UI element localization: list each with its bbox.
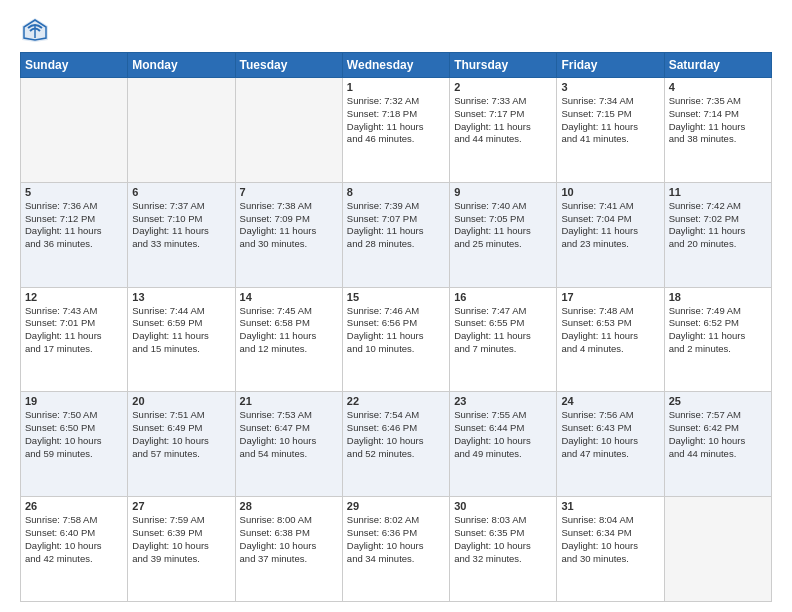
- calendar-cell: 17Sunrise: 7:48 AM Sunset: 6:53 PM Dayli…: [557, 287, 664, 392]
- calendar-cell: 29Sunrise: 8:02 AM Sunset: 6:36 PM Dayli…: [342, 497, 449, 602]
- calendar-cell: 22Sunrise: 7:54 AM Sunset: 6:46 PM Dayli…: [342, 392, 449, 497]
- day-number: 1: [347, 81, 445, 93]
- calendar-cell: 8Sunrise: 7:39 AM Sunset: 7:07 PM Daylig…: [342, 182, 449, 287]
- day-info: Sunrise: 7:45 AM Sunset: 6:58 PM Dayligh…: [240, 305, 338, 356]
- day-number: 22: [347, 395, 445, 407]
- calendar-cell: 6Sunrise: 7:37 AM Sunset: 7:10 PM Daylig…: [128, 182, 235, 287]
- page: SundayMondayTuesdayWednesdayThursdayFrid…: [0, 0, 792, 612]
- weekday-sunday: Sunday: [21, 53, 128, 78]
- calendar-cell: 10Sunrise: 7:41 AM Sunset: 7:04 PM Dayli…: [557, 182, 664, 287]
- day-info: Sunrise: 7:36 AM Sunset: 7:12 PM Dayligh…: [25, 200, 123, 251]
- day-info: Sunrise: 7:59 AM Sunset: 6:39 PM Dayligh…: [132, 514, 230, 565]
- day-number: 15: [347, 291, 445, 303]
- day-number: 31: [561, 500, 659, 512]
- calendar-cell: 19Sunrise: 7:50 AM Sunset: 6:50 PM Dayli…: [21, 392, 128, 497]
- day-number: 7: [240, 186, 338, 198]
- day-number: 29: [347, 500, 445, 512]
- day-number: 11: [669, 186, 767, 198]
- day-number: 2: [454, 81, 552, 93]
- day-info: Sunrise: 7:43 AM Sunset: 7:01 PM Dayligh…: [25, 305, 123, 356]
- calendar-cell: 3Sunrise: 7:34 AM Sunset: 7:15 PM Daylig…: [557, 78, 664, 183]
- day-number: 9: [454, 186, 552, 198]
- calendar-cell: 4Sunrise: 7:35 AM Sunset: 7:14 PM Daylig…: [664, 78, 771, 183]
- day-info: Sunrise: 7:37 AM Sunset: 7:10 PM Dayligh…: [132, 200, 230, 251]
- calendar-cell: 27Sunrise: 7:59 AM Sunset: 6:39 PM Dayli…: [128, 497, 235, 602]
- day-number: 17: [561, 291, 659, 303]
- calendar-cell: 18Sunrise: 7:49 AM Sunset: 6:52 PM Dayli…: [664, 287, 771, 392]
- calendar-cell: 12Sunrise: 7:43 AM Sunset: 7:01 PM Dayli…: [21, 287, 128, 392]
- calendar-cell: 5Sunrise: 7:36 AM Sunset: 7:12 PM Daylig…: [21, 182, 128, 287]
- day-number: 23: [454, 395, 552, 407]
- day-info: Sunrise: 7:50 AM Sunset: 6:50 PM Dayligh…: [25, 409, 123, 460]
- day-number: 10: [561, 186, 659, 198]
- day-info: Sunrise: 7:49 AM Sunset: 6:52 PM Dayligh…: [669, 305, 767, 356]
- day-number: 5: [25, 186, 123, 198]
- day-number: 27: [132, 500, 230, 512]
- day-number: 24: [561, 395, 659, 407]
- day-info: Sunrise: 7:54 AM Sunset: 6:46 PM Dayligh…: [347, 409, 445, 460]
- weekday-saturday: Saturday: [664, 53, 771, 78]
- calendar-cell: 13Sunrise: 7:44 AM Sunset: 6:59 PM Dayli…: [128, 287, 235, 392]
- day-info: Sunrise: 8:02 AM Sunset: 6:36 PM Dayligh…: [347, 514, 445, 565]
- week-row-2: 5Sunrise: 7:36 AM Sunset: 7:12 PM Daylig…: [21, 182, 772, 287]
- day-number: 25: [669, 395, 767, 407]
- calendar-cell: 30Sunrise: 8:03 AM Sunset: 6:35 PM Dayli…: [450, 497, 557, 602]
- week-row-1: 1Sunrise: 7:32 AM Sunset: 7:18 PM Daylig…: [21, 78, 772, 183]
- weekday-tuesday: Tuesday: [235, 53, 342, 78]
- day-info: Sunrise: 7:33 AM Sunset: 7:17 PM Dayligh…: [454, 95, 552, 146]
- day-number: 26: [25, 500, 123, 512]
- day-number: 8: [347, 186, 445, 198]
- weekday-monday: Monday: [128, 53, 235, 78]
- day-info: Sunrise: 7:48 AM Sunset: 6:53 PM Dayligh…: [561, 305, 659, 356]
- week-row-5: 26Sunrise: 7:58 AM Sunset: 6:40 PM Dayli…: [21, 497, 772, 602]
- day-info: Sunrise: 7:38 AM Sunset: 7:09 PM Dayligh…: [240, 200, 338, 251]
- day-info: Sunrise: 8:00 AM Sunset: 6:38 PM Dayligh…: [240, 514, 338, 565]
- calendar-cell: 1Sunrise: 7:32 AM Sunset: 7:18 PM Daylig…: [342, 78, 449, 183]
- day-number: 4: [669, 81, 767, 93]
- calendar-cell: [664, 497, 771, 602]
- day-number: 13: [132, 291, 230, 303]
- calendar-cell: [235, 78, 342, 183]
- calendar-cell: 25Sunrise: 7:57 AM Sunset: 6:42 PM Dayli…: [664, 392, 771, 497]
- calendar-cell: 7Sunrise: 7:38 AM Sunset: 7:09 PM Daylig…: [235, 182, 342, 287]
- day-info: Sunrise: 7:42 AM Sunset: 7:02 PM Dayligh…: [669, 200, 767, 251]
- calendar-cell: 26Sunrise: 7:58 AM Sunset: 6:40 PM Dayli…: [21, 497, 128, 602]
- day-number: 18: [669, 291, 767, 303]
- day-number: 20: [132, 395, 230, 407]
- day-info: Sunrise: 7:56 AM Sunset: 6:43 PM Dayligh…: [561, 409, 659, 460]
- week-row-3: 12Sunrise: 7:43 AM Sunset: 7:01 PM Dayli…: [21, 287, 772, 392]
- day-number: 28: [240, 500, 338, 512]
- calendar-cell: 11Sunrise: 7:42 AM Sunset: 7:02 PM Dayli…: [664, 182, 771, 287]
- day-info: Sunrise: 7:47 AM Sunset: 6:55 PM Dayligh…: [454, 305, 552, 356]
- day-info: Sunrise: 7:44 AM Sunset: 6:59 PM Dayligh…: [132, 305, 230, 356]
- day-info: Sunrise: 7:41 AM Sunset: 7:04 PM Dayligh…: [561, 200, 659, 251]
- calendar-cell: 14Sunrise: 7:45 AM Sunset: 6:58 PM Dayli…: [235, 287, 342, 392]
- weekday-wednesday: Wednesday: [342, 53, 449, 78]
- calendar-cell: 20Sunrise: 7:51 AM Sunset: 6:49 PM Dayli…: [128, 392, 235, 497]
- calendar-cell: 16Sunrise: 7:47 AM Sunset: 6:55 PM Dayli…: [450, 287, 557, 392]
- calendar-cell: 15Sunrise: 7:46 AM Sunset: 6:56 PM Dayli…: [342, 287, 449, 392]
- day-number: 6: [132, 186, 230, 198]
- day-number: 21: [240, 395, 338, 407]
- day-number: 14: [240, 291, 338, 303]
- calendar-cell: 28Sunrise: 8:00 AM Sunset: 6:38 PM Dayli…: [235, 497, 342, 602]
- weekday-thursday: Thursday: [450, 53, 557, 78]
- calendar-table: SundayMondayTuesdayWednesdayThursdayFrid…: [20, 52, 772, 602]
- day-info: Sunrise: 8:03 AM Sunset: 6:35 PM Dayligh…: [454, 514, 552, 565]
- day-info: Sunrise: 7:57 AM Sunset: 6:42 PM Dayligh…: [669, 409, 767, 460]
- day-info: Sunrise: 7:40 AM Sunset: 7:05 PM Dayligh…: [454, 200, 552, 251]
- day-number: 19: [25, 395, 123, 407]
- calendar-cell: 21Sunrise: 7:53 AM Sunset: 6:47 PM Dayli…: [235, 392, 342, 497]
- day-info: Sunrise: 7:51 AM Sunset: 6:49 PM Dayligh…: [132, 409, 230, 460]
- day-info: Sunrise: 7:55 AM Sunset: 6:44 PM Dayligh…: [454, 409, 552, 460]
- day-info: Sunrise: 7:46 AM Sunset: 6:56 PM Dayligh…: [347, 305, 445, 356]
- calendar-cell: 31Sunrise: 8:04 AM Sunset: 6:34 PM Dayli…: [557, 497, 664, 602]
- calendar-cell: [128, 78, 235, 183]
- header: [20, 16, 772, 44]
- day-number: 30: [454, 500, 552, 512]
- day-info: Sunrise: 7:39 AM Sunset: 7:07 PM Dayligh…: [347, 200, 445, 251]
- weekday-header-row: SundayMondayTuesdayWednesdayThursdayFrid…: [21, 53, 772, 78]
- day-info: Sunrise: 7:53 AM Sunset: 6:47 PM Dayligh…: [240, 409, 338, 460]
- day-info: Sunrise: 7:58 AM Sunset: 6:40 PM Dayligh…: [25, 514, 123, 565]
- calendar-cell: [21, 78, 128, 183]
